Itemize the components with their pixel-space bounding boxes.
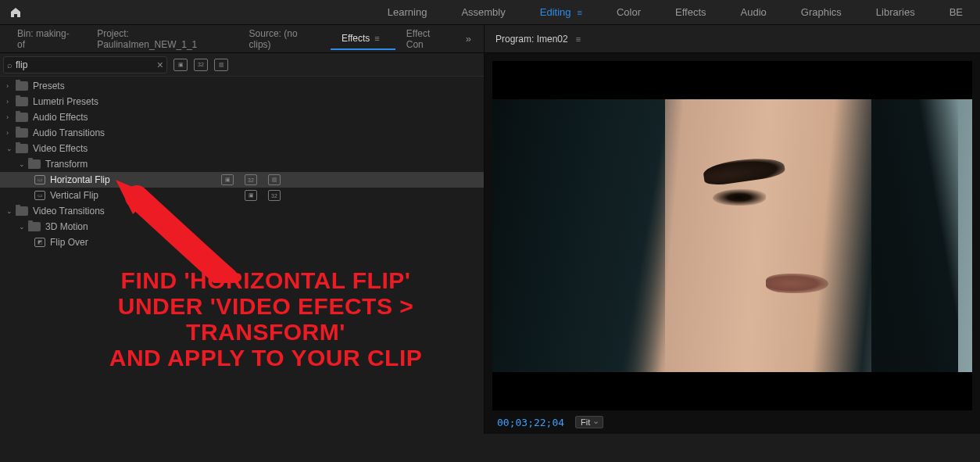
label: Horizontal Flip bbox=[50, 174, 110, 185]
tree-audio-transitions[interactable]: ›Audio Transitions bbox=[0, 125, 484, 141]
folder-icon bbox=[16, 144, 28, 153]
panel-tab-bar: Bin: making-of Project: PaulinaImen_NEW_… bbox=[0, 25, 484, 53]
tree-horizontal-flip[interactable]: ▭Horizontal Flip ▣32▥ bbox=[0, 172, 484, 188]
workspace-editing[interactable]: Editing≡ bbox=[523, 0, 599, 24]
tree-vertical-flip[interactable]: ▭Vertical Flip ▣32 bbox=[0, 188, 484, 203]
32-badge-icon: 32 bbox=[268, 190, 281, 201]
program-header: Program: Imen02 ≡ bbox=[485, 25, 980, 53]
program-panel: Program: Imen02 ≡ 00;03;22;04 Fit bbox=[485, 25, 980, 434]
tab-effect-controls[interactable]: Effect Con bbox=[395, 23, 460, 55]
32-badge-icon: 32 bbox=[245, 174, 257, 185]
workspace-audio[interactable]: Audio bbox=[724, 0, 784, 24]
main-content: Bin: making-of Project: PaulinaImen_NEW_… bbox=[0, 25, 980, 434]
yuv-filter-icon[interactable]: ▥ bbox=[214, 59, 228, 71]
effect-badges: ▣32 bbox=[245, 190, 281, 201]
filter-icons: ▣ 32 ▥ bbox=[173, 59, 228, 71]
label: Video Transitions bbox=[33, 206, 105, 217]
label: Graphics bbox=[801, 6, 842, 18]
tree-lumetri-presets[interactable]: ›Lumetri Presets bbox=[0, 94, 484, 109]
folder-icon bbox=[28, 222, 41, 231]
workspace-color[interactable]: Color bbox=[599, 0, 658, 24]
tab-overflow-button[interactable]: » bbox=[460, 33, 477, 45]
label: Learning bbox=[388, 6, 427, 18]
tab-source[interactable]: Source: (no clips) bbox=[238, 23, 331, 55]
video-frame[interactable] bbox=[492, 61, 972, 410]
folder-icon bbox=[16, 128, 28, 138]
workspace-overflow[interactable]: BE bbox=[932, 0, 980, 24]
label: Color bbox=[617, 6, 641, 18]
32bit-filter-icon[interactable]: 32 bbox=[194, 59, 208, 71]
workspace-graphics[interactable]: Graphics bbox=[784, 0, 859, 24]
label: Audio Transitions bbox=[33, 127, 105, 138]
timecode-row: 00;03;22;04 Fit bbox=[492, 410, 972, 434]
label: Editing bbox=[540, 6, 571, 18]
workspace-assembly[interactable]: Assembly bbox=[444, 0, 522, 24]
folder-icon bbox=[16, 97, 28, 106]
folder-icon bbox=[16, 113, 28, 122]
workspace-tabs: Learning Assembly Editing≡ Color Effects… bbox=[370, 0, 980, 24]
effect-badges: ▣32▥ bbox=[221, 174, 281, 185]
label: 3D Motion bbox=[45, 221, 88, 232]
label: Audio Effects bbox=[33, 112, 88, 123]
label: BE bbox=[950, 6, 963, 18]
effects-tree: ›Presets ›Lumetri Presets ›Audio Effects… bbox=[0, 77, 484, 434]
home-button[interactable] bbox=[0, 0, 31, 24]
tree-video-transitions[interactable]: ⌄Video Transitions bbox=[0, 203, 484, 219]
program-menu-icon[interactable]: ≡ bbox=[576, 34, 581, 44]
tab-bin[interactable]: Bin: making-of bbox=[6, 23, 86, 55]
label: Audio bbox=[741, 6, 767, 18]
label: Lumetri Presets bbox=[33, 96, 98, 107]
label: Assembly bbox=[461, 6, 505, 18]
folder-icon bbox=[28, 159, 41, 169]
tree-transform[interactable]: ⌄Transform bbox=[0, 156, 484, 172]
tree-video-effects[interactable]: ⌄Video Effects bbox=[0, 141, 484, 156]
workspace-effects-ws[interactable]: Effects bbox=[658, 0, 724, 24]
program-viewer: 00;03;22;04 Fit bbox=[485, 53, 980, 434]
tree-flip-over[interactable]: ◩Flip Over bbox=[0, 235, 484, 250]
home-icon bbox=[9, 6, 22, 19]
effect-icon: ▭ bbox=[34, 175, 45, 184]
video-content bbox=[492, 99, 972, 372]
workspace-menu-icon[interactable]: ≡ bbox=[578, 8, 582, 17]
effect-icon: ◩ bbox=[34, 238, 45, 247]
tab-effects[interactable]: Effects≡ bbox=[331, 28, 395, 50]
folder-icon bbox=[16, 206, 28, 216]
tree-3d-motion[interactable]: ⌄3D Motion bbox=[0, 219, 484, 235]
clear-search-button[interactable]: × bbox=[157, 59, 163, 71]
top-bar: Learning Assembly Editing≡ Color Effects… bbox=[0, 0, 980, 25]
zoom-select[interactable]: Fit bbox=[575, 416, 603, 428]
label: Effects bbox=[675, 6, 706, 18]
accel-badge-icon: ▣ bbox=[245, 190, 257, 201]
search-box: ⌕ × bbox=[3, 56, 167, 73]
yuv-badge-icon: ▥ bbox=[268, 174, 281, 185]
label: Flip Over bbox=[50, 237, 88, 248]
workspace-learning[interactable]: Learning bbox=[370, 0, 445, 24]
label: Transform bbox=[45, 159, 88, 170]
folder-icon bbox=[16, 81, 28, 91]
effect-icon: ▭ bbox=[34, 191, 45, 200]
label: Video Effects bbox=[33, 143, 88, 154]
panel-menu-icon[interactable]: ≡ bbox=[370, 34, 384, 43]
tree-audio-effects[interactable]: ›Audio Effects bbox=[0, 109, 484, 125]
accel-badge-icon: ▣ bbox=[221, 174, 234, 185]
accelerated-filter-icon[interactable]: ▣ bbox=[173, 59, 188, 71]
search-row: ⌕ × ▣ 32 ▥ bbox=[0, 53, 484, 77]
program-title: Program: Imen02 bbox=[495, 34, 568, 45]
workspace-libraries[interactable]: Libraries bbox=[859, 0, 932, 24]
label: Libraries bbox=[876, 6, 915, 18]
label: Vertical Flip bbox=[50, 190, 98, 201]
timecode-display[interactable]: 00;03;22;04 bbox=[497, 417, 564, 428]
search-icon: ⌕ bbox=[7, 60, 13, 70]
label: Presets bbox=[33, 81, 65, 91]
label: Effects bbox=[342, 33, 370, 44]
search-input[interactable] bbox=[13, 59, 157, 70]
effects-panel: Bin: making-of Project: PaulinaImen_NEW_… bbox=[0, 25, 485, 434]
tree-presets[interactable]: ›Presets bbox=[0, 78, 484, 94]
tab-project[interactable]: Project: PaulinaImen_NEW_1_1 bbox=[86, 23, 238, 55]
